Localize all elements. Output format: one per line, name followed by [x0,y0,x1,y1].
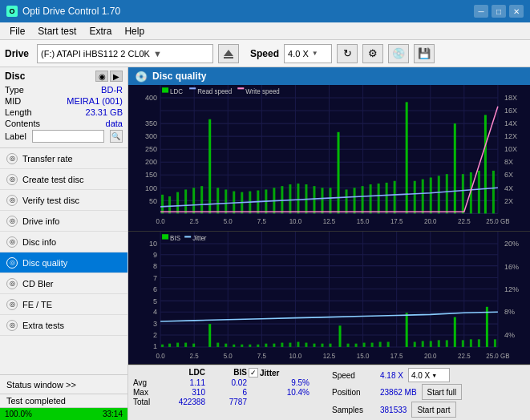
menu-help[interactable]: Help [118,24,151,38]
sidebar-item-disc-quality[interactable]: ◎ Disc quality [0,252,127,273]
menu-file[interactable]: File [3,24,31,38]
sidebar-item-extra-tests[interactable]: ◎ Extra tests [0,315,127,336]
svg-rect-158 [249,344,251,346]
svg-rect-169 [339,325,342,347]
disc-panel-title: Disc [5,71,25,82]
disc-icon-1[interactable]: ◉ [95,71,108,82]
svg-rect-89 [462,174,464,213]
svg-rect-182 [454,317,456,346]
jitter-checkbox[interactable]: ✓ [249,368,258,378]
svg-rect-82 [406,102,408,213]
svg-text:7: 7 [153,273,157,281]
disc-button[interactable]: 💿 [388,44,409,63]
start-full-button[interactable]: Start full [422,384,463,400]
svg-text:2: 2 [153,331,157,339]
svg-text:200: 200 [145,158,157,166]
svg-text:2X: 2X [504,196,514,204]
svg-rect-165 [305,342,307,346]
svg-text:300: 300 [145,132,157,140]
svg-rect-54 [176,192,179,214]
close-button[interactable]: ✕ [509,5,524,18]
svg-rect-181 [446,340,448,347]
svg-text:20.0: 20.0 [424,352,437,359]
maximize-button[interactable]: □ [492,5,506,18]
drive-selector[interactable]: (F:) ATAPI iHBS112 2 CL0K ▼ [37,44,213,63]
samples-value: 381533 [380,406,407,414]
svg-rect-93 [492,171,495,213]
right-stats: Speed 4.18 X 4.0 X ▼ Position 23862 MB S… [332,368,462,418]
sidebar-item-cd-bler[interactable]: ◎ CD Bler [0,273,127,294]
menu-start-test[interactable]: Start test [31,24,83,38]
svg-text:10: 10 [149,240,157,248]
svg-text:2.5: 2.5 [190,218,200,225]
app-icon: O [6,6,18,17]
position-value: 23862 MB [380,388,417,397]
sidebar-item-drive-info[interactable]: ◎ Drive info [0,211,127,232]
svg-text:350: 350 [145,119,157,127]
mid-label: MID [5,96,21,106]
svg-rect-52 [161,195,164,214]
svg-rect-86 [438,176,440,213]
bis-avg: 0.02 [207,378,247,387]
svg-rect-172 [363,342,366,346]
label-input[interactable] [32,130,104,143]
disc-panel: Disc ◉ ▶ Type BD-R MID MEIRA1 (001) Leng… [0,67,127,148]
svg-text:0.0: 0.0 [156,218,166,225]
speed-stat-select-val: 4.0 X [411,371,430,380]
svg-text:10.0: 10.0 [289,218,302,225]
settings-button[interactable]: ⚙ [362,44,383,63]
svg-rect-79 [378,184,380,213]
svg-rect-94 [162,87,168,92]
svg-rect-71 [313,186,315,213]
svg-rect-76 [354,188,356,213]
svg-rect-57 [200,186,203,213]
svg-text:16X: 16X [504,107,518,115]
speed-stat-dropdown[interactable]: 4.0 X ▼ [408,368,450,382]
max-label: Max [133,388,164,397]
sidebar-item-create-test-disc[interactable]: ◎ Create test disc [0,169,127,190]
disc-icon-2[interactable]: ▶ [110,71,123,82]
svg-text:12X: 12X [504,132,518,140]
bottom-chart-svg: 10 9 8 7 6 5 4 3 2 1 20% 16% 12% 8% 4% [128,232,530,364]
sidebar-item-verify-test-disc[interactable]: ◎ Verify test disc [0,190,127,211]
status-window-button[interactable]: Status window >> [0,375,127,394]
svg-rect-148 [161,344,164,346]
disc-quality-icon: ◎ [6,257,18,269]
sidebar-item-disc-info[interactable]: ◎ Disc info [0,232,127,252]
svg-rect-177 [414,341,416,346]
length-label: Length [5,107,32,117]
svg-text:0.0: 0.0 [156,352,166,359]
fe-te-label: FE / TE [22,300,52,309]
eject-button[interactable] [218,44,239,63]
sidebar: Disc ◉ ▶ Type BD-R MID MEIRA1 (001) Leng… [0,67,128,420]
label-button[interactable]: 🔍 [110,130,123,143]
svg-rect-188 [162,234,168,239]
svg-text:22.5: 22.5 [458,352,471,359]
svg-rect-55 [184,189,187,213]
speed-dropdown-arrow: ▼ [431,373,437,378]
svg-rect-96 [189,87,196,89]
svg-text:5: 5 [153,297,157,305]
extra-tests-icon: ◎ [6,320,18,331]
bis-total: 7787 [207,398,247,406]
svg-rect-178 [422,341,424,346]
svg-rect-84 [422,180,424,214]
sidebar-item-fe-te[interactable]: ◎ FE / TE [0,294,127,315]
save-button[interactable]: 💾 [414,44,435,63]
svg-text:50: 50 [149,196,157,204]
refresh-button[interactable]: ↻ [337,44,358,63]
speed-selector[interactable]: 4.0 X ▼ [284,44,332,63]
svg-rect-154 [216,342,219,346]
start-part-button[interactable]: Start part [411,402,455,418]
eject-icon [223,48,234,59]
minimize-button[interactable]: ─ [474,5,488,18]
svg-text:12%: 12% [504,285,519,293]
menu-extra[interactable]: Extra [83,24,118,38]
svg-text:20%: 20% [504,240,519,248]
svg-text:25.0 GB: 25.0 GB [486,352,510,359]
sidebar-item-transfer-rate[interactable]: ◎ Transfer rate [0,148,127,169]
top-chart: 400 350 300 250 200 150 100 50 18X 16X 1… [128,85,530,232]
svg-rect-183 [462,340,464,347]
svg-text:5.0: 5.0 [224,218,233,225]
ldc-header: LDC [165,368,205,378]
